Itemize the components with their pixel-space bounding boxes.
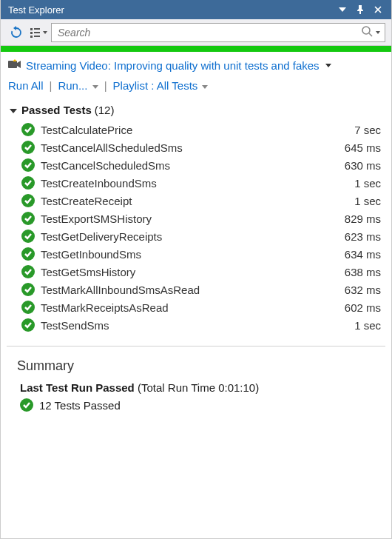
summary-line-1: Last Test Run Passed (Total Run Time 0:0… <box>20 381 375 394</box>
toolbar <box>1 19 391 46</box>
pass-icon <box>21 230 35 243</box>
test-list: Passed Tests (12) TestCalculatePrice7 se… <box>1 99 391 538</box>
pass-icon <box>21 212 35 225</box>
summary-panel: Summary Last Test Run Passed (Total Run … <box>7 346 385 426</box>
test-name: TestCancelAllScheduledSms <box>41 141 345 154</box>
group-header-passed[interactable]: Passed Tests (12) <box>7 99 385 121</box>
separator: | <box>104 79 107 92</box>
test-name: TestGetDeliveryReceipts <box>41 230 345 243</box>
test-row[interactable]: TestGetDeliveryReceipts623 ms <box>7 227 385 245</box>
summary-line-2: 12 Tests Passed <box>20 398 375 412</box>
test-name: TestCancelScheduledSms <box>41 159 345 172</box>
pass-icon <box>20 398 33 412</box>
svg-marker-12 <box>13 59 17 61</box>
test-duration: 1 sec <box>354 319 385 332</box>
status-bar-pass <box>1 46 391 52</box>
pin-button[interactable] <box>351 1 369 18</box>
test-duration: 1 sec <box>354 177 385 190</box>
test-row[interactable]: TestCancelAllScheduledSms645 ms <box>7 138 385 156</box>
svg-rect-3 <box>34 28 40 30</box>
summary-runtime: (Total Run Time 0:01:10) <box>135 381 259 394</box>
search-input[interactable] <box>56 26 361 39</box>
test-duration: 632 ms <box>345 284 385 296</box>
test-row[interactable]: TestGetSmsHistory638 ms <box>7 263 385 281</box>
test-name: TestSendSms <box>41 319 354 332</box>
summary-status: Last Test Run Passed <box>20 381 135 394</box>
search-icon[interactable] <box>361 25 373 40</box>
test-row[interactable]: TestMarkReceiptsAsRead602 ms <box>7 298 385 316</box>
svg-point-8 <box>362 27 370 34</box>
run-all-link[interactable]: Run All <box>8 79 44 92</box>
test-row[interactable]: TestCancelScheduledSms630 ms <box>7 156 385 174</box>
group-count: (12) <box>95 104 115 116</box>
playlist-menu-link[interactable]: Playlist : All Tests <box>113 79 209 92</box>
pass-icon <box>21 301 35 314</box>
summary-passed-count: 12 Tests Passed <box>39 399 121 412</box>
pass-icon <box>21 123 35 136</box>
window-title: Test Explorer <box>8 4 334 16</box>
chevron-down-icon <box>202 85 208 89</box>
info-bar: Streaming Video: Improving quality with … <box>1 52 391 75</box>
test-duration: 602 ms <box>345 301 385 314</box>
separator: | <box>50 79 53 92</box>
title-bar: Test Explorer <box>1 0 391 19</box>
test-duration: 645 ms <box>345 141 385 154</box>
svg-rect-6 <box>30 36 33 38</box>
chevron-down-icon <box>92 85 98 89</box>
test-row[interactable]: TestMarkAllInboundSmsAsRead632 ms <box>7 281 385 298</box>
test-row[interactable]: TestSendSms1 sec <box>7 316 385 334</box>
test-duration: 630 ms <box>345 159 385 172</box>
svg-line-9 <box>369 33 372 36</box>
chevron-down-icon[interactable] <box>376 31 380 34</box>
info-link[interactable]: Streaming Video: Improving quality with … <box>26 59 320 72</box>
chevron-down-icon[interactable] <box>325 64 331 67</box>
svg-rect-5 <box>34 32 40 33</box>
action-bar: Run All | Run... | Playlist : All Tests <box>1 75 391 99</box>
svg-rect-4 <box>30 32 33 34</box>
playlist-label: Playlist : All Tests <box>113 79 198 92</box>
test-name: TestGetInboundSms <box>41 248 345 261</box>
close-button[interactable] <box>369 1 387 18</box>
pass-icon <box>21 158 35 172</box>
test-row[interactable]: TestCreateInboundSms1 sec <box>7 174 385 192</box>
search-box[interactable] <box>51 23 385 42</box>
test-row[interactable]: TestExportSMSHistory829 ms <box>7 210 385 227</box>
svg-marker-1 <box>13 26 16 30</box>
svg-rect-10 <box>8 61 17 68</box>
test-duration: 638 ms <box>345 266 385 278</box>
pass-icon <box>21 247 35 261</box>
window-options-button[interactable] <box>334 1 351 18</box>
svg-marker-11 <box>17 61 21 68</box>
test-duration: 634 ms <box>345 248 385 261</box>
test-row[interactable]: TestGetInboundSms634 ms <box>7 245 385 263</box>
test-name: TestMarkAllInboundSmsAsRead <box>41 284 345 296</box>
video-icon <box>8 59 21 72</box>
refresh-button[interactable] <box>7 23 26 42</box>
svg-marker-13 <box>10 109 17 113</box>
test-name: TestMarkReceiptsAsRead <box>41 301 345 314</box>
pass-icon <box>21 283 35 296</box>
run-label: Run... <box>58 79 87 92</box>
test-duration: 7 sec <box>354 124 385 136</box>
pass-icon <box>21 318 35 332</box>
test-duration: 829 ms <box>345 212 385 225</box>
chevron-down-icon <box>43 31 47 34</box>
group-by-button[interactable] <box>29 23 48 42</box>
svg-rect-2 <box>30 28 33 30</box>
svg-marker-0 <box>339 7 346 12</box>
group-label: Passed Tests <box>21 104 92 116</box>
pass-icon <box>21 194 35 207</box>
test-name: TestCreateInboundSms <box>41 177 354 190</box>
test-row[interactable]: TestCreateReceipt1 sec <box>7 192 385 210</box>
test-duration: 1 sec <box>354 195 385 207</box>
svg-rect-7 <box>34 36 40 37</box>
collapse-icon <box>10 104 17 116</box>
pass-icon <box>21 265 35 278</box>
test-duration: 623 ms <box>345 230 385 243</box>
summary-heading: Summary <box>17 358 375 374</box>
test-name: TestCalculatePrice <box>41 124 354 136</box>
run-menu-link[interactable]: Run... <box>58 79 98 92</box>
test-row[interactable]: TestCalculatePrice7 sec <box>7 121 385 138</box>
test-name: TestGetSmsHistory <box>41 266 345 278</box>
pass-icon <box>21 176 35 190</box>
